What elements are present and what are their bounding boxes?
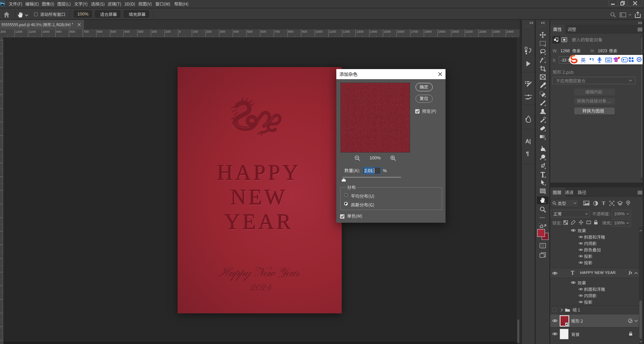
svg-text:1200: 1200	[15, 30, 22, 33]
svg-text:200: 200	[206, 30, 212, 33]
svg-text:2000: 2000	[452, 30, 459, 33]
svg-text:600: 600	[97, 30, 102, 33]
svg-text:1500: 1500	[384, 30, 391, 33]
svg-text:1800: 1800	[425, 30, 432, 33]
svg-text:500: 500	[247, 30, 253, 33]
svg-text:300: 300	[138, 30, 144, 33]
svg-text:1600: 1600	[397, 30, 404, 33]
svg-text:100: 100	[165, 30, 171, 33]
svg-text:2400: 2400	[507, 30, 514, 33]
svg-text:1100: 1100	[329, 30, 336, 33]
svg-text:900: 900	[56, 30, 62, 33]
svg-text:500: 500	[111, 30, 116, 33]
svg-text:2100: 2100	[466, 30, 473, 33]
svg-text:2300: 2300	[493, 30, 500, 33]
svg-text:200: 200	[152, 30, 157, 33]
svg-text:1200: 1200	[343, 30, 350, 33]
svg-text:1400: 1400	[370, 30, 377, 33]
svg-text:600: 600	[261, 30, 266, 33]
svg-text:700: 700	[84, 30, 89, 33]
svg-text:800: 800	[70, 30, 75, 33]
svg-text:1000: 1000	[315, 30, 323, 33]
svg-text:0: 0	[179, 30, 181, 33]
svg-text:1700: 1700	[411, 30, 418, 33]
svg-text:100: 100	[193, 30, 198, 33]
svg-text:2200: 2200	[479, 30, 486, 33]
svg-text:700: 700	[275, 30, 280, 33]
svg-text:1300: 1300	[357, 30, 364, 33]
svg-text:400: 400	[234, 30, 239, 33]
svg-text:300: 300	[220, 30, 225, 33]
svg-text:1000: 1000	[42, 30, 50, 33]
svg-text:800: 800	[288, 30, 294, 33]
svg-text:1300: 1300	[0, 30, 6, 33]
svg-text:1100: 1100	[29, 30, 36, 33]
svg-text:900: 900	[302, 30, 307, 33]
svg-text:400: 400	[124, 30, 130, 33]
svg-text:1900: 1900	[438, 30, 446, 33]
